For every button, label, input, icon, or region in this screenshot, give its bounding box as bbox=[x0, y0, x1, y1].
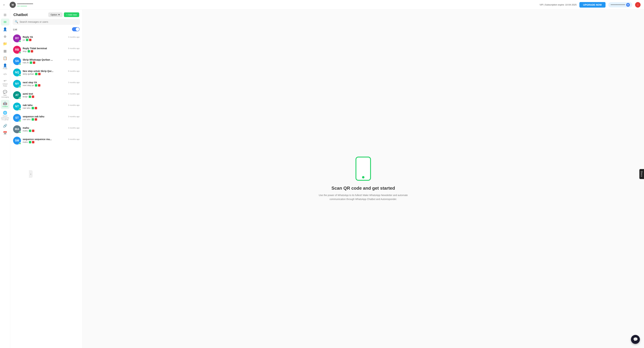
chatbot-header: Chatbot Option ▼ + Add new bbox=[10, 10, 82, 19]
action-red-dot[interactable] bbox=[35, 118, 37, 121]
action-green-dot[interactable] bbox=[28, 50, 30, 53]
item-name: mahu bbox=[23, 126, 29, 129]
item-bottom: testje bbox=[23, 96, 80, 98]
bulk-messaging-label: Bulk messaging bbox=[1, 94, 9, 98]
action-green-dot[interactable] bbox=[30, 61, 32, 64]
list-item[interactable]: AT azmi test 3 months ago testje bbox=[12, 89, 81, 101]
nav-item-notes[interactable]: 📋 bbox=[1, 55, 10, 62]
item-top: sequence nak tahu 3 months ago bbox=[23, 115, 80, 118]
item-content: Nex step untuk Skrip Qur... 8 months ago… bbox=[23, 70, 80, 75]
action-green-dot[interactable] bbox=[29, 130, 31, 132]
item-name: sequence sequence ma... bbox=[23, 138, 52, 141]
action-red-dot[interactable] bbox=[32, 141, 34, 143]
nav-item-link[interactable]: 🔗 bbox=[1, 122, 10, 129]
item-bottom: ya bbox=[23, 39, 80, 41]
list-item[interactable]: NT nak tahu 3 months ago nak tahu bbox=[12, 101, 81, 112]
item-avatar: ST bbox=[13, 114, 21, 122]
action-red-dot[interactable] bbox=[33, 61, 35, 64]
nav-item-default-reply[interactable]: ↩ Default Reply bbox=[1, 77, 10, 88]
item-top: sequence sequence ma... 3 months ago bbox=[23, 138, 80, 141]
item-bottom: mahu bbox=[23, 130, 80, 132]
item-time: 3 months ago bbox=[68, 81, 80, 83]
list-toggle[interactable] bbox=[72, 27, 80, 31]
item-keyword: nak tahu bbox=[23, 107, 30, 109]
action-green-dot[interactable] bbox=[26, 39, 28, 41]
action-green-dot[interactable] bbox=[32, 107, 34, 109]
list-item[interactable]: ST sequence nak tahu 3 months ago nak ta… bbox=[12, 112, 81, 124]
action-green-dot[interactable] bbox=[35, 84, 37, 87]
nav-item-bulk-messaging[interactable]: 💬 Bulk messaging bbox=[1, 88, 10, 99]
list-item[interactable]: NQ Nex step untuk Skrip Qur... 8 months … bbox=[12, 67, 81, 78]
docs-tab[interactable]: Docs bbox=[639, 169, 644, 179]
list-item[interactable]: RY Reply YA 3 months ago ya bbox=[12, 33, 81, 44]
item-name: sequence nak tahu bbox=[23, 115, 44, 118]
nav-item-calendar[interactable]: 📅 bbox=[1, 130, 10, 136]
nav-item-code[interactable]: </> bbox=[1, 71, 10, 77]
nav-item-export-group[interactable]: 🌐 Export participants in a group bbox=[1, 109, 10, 122]
profile-text: •••••••••••••••••••• bbox=[611, 4, 625, 6]
action-green-dot[interactable] bbox=[29, 96, 31, 98]
profile-pill[interactable]: •••••••••••••••••••• W bbox=[608, 2, 632, 8]
action-green-dot[interactable] bbox=[35, 73, 38, 75]
nav-item-chatbot[interactable]: 🤖 Chatbot bbox=[1, 100, 10, 109]
dashboard-icon: ⊞ bbox=[4, 13, 6, 17]
item-time: 3 months ago bbox=[68, 127, 80, 129]
action-green-dot[interactable] bbox=[32, 118, 34, 121]
account-name: •••••••••••••••••••••• bbox=[17, 3, 33, 5]
item-top: Reply YA 3 months ago bbox=[23, 36, 80, 38]
bulk-messaging-icon: 💬 bbox=[3, 90, 7, 94]
action-red-dot[interactable] bbox=[35, 107, 37, 109]
action-red-dot[interactable] bbox=[38, 73, 40, 75]
option-button[interactable]: Option ▼ bbox=[48, 12, 62, 17]
item-content: nak tahu 3 months ago nak tahu bbox=[23, 104, 80, 109]
item-name: Reply Tidak berminat bbox=[23, 47, 47, 50]
nav-item-add-circle[interactable]: ⊕ bbox=[1, 33, 10, 40]
expand-icon[interactable]: » bbox=[2, 2, 6, 7]
list-item[interactable]: NY next step YA 3 months ago next step y… bbox=[12, 78, 81, 89]
nav-item-profile[interactable]: 👤 Profile bbox=[1, 62, 10, 71]
avatar-dot bbox=[19, 40, 21, 42]
action-red-dot[interactable] bbox=[29, 39, 32, 41]
action-red-dot[interactable] bbox=[32, 130, 34, 132]
phone-button bbox=[362, 176, 364, 179]
nav-item-contacts[interactable]: 👤 bbox=[1, 26, 10, 33]
topbar: » W •••••••••••••••••••••• •••• ••••••••… bbox=[0, 0, 644, 10]
action-red-dot[interactable] bbox=[31, 50, 33, 53]
chat-support-button[interactable]: 💬 bbox=[631, 335, 640, 344]
item-avatar: NQ bbox=[13, 69, 21, 76]
item-actions bbox=[29, 96, 34, 98]
avatar-dot bbox=[19, 108, 21, 110]
item-bottom: stop bbox=[23, 50, 80, 53]
action-red-dot[interactable] bbox=[32, 96, 34, 98]
chat-support-icon: 💬 bbox=[633, 337, 638, 342]
nav-item-dashboard[interactable]: ⊞ bbox=[1, 11, 10, 18]
item-content: mahu 3 months ago mahu bbox=[23, 126, 80, 132]
back-button[interactable]: ‹ bbox=[635, 2, 640, 8]
collapse-button[interactable]: ‹ bbox=[29, 170, 33, 178]
add-new-button[interactable]: + Add new bbox=[64, 12, 79, 17]
nav-item-whatsapp[interactable]: ✉ bbox=[1, 19, 10, 26]
item-avatar: RB bbox=[13, 46, 21, 54]
search-icon: 🔍 bbox=[15, 20, 18, 23]
nav-item-table[interactable]: ▦ bbox=[1, 48, 10, 54]
action-green-dot[interactable] bbox=[29, 141, 31, 143]
avatar-dot bbox=[19, 63, 21, 65]
search-box: 🔍 bbox=[13, 19, 80, 25]
item-name: Reply YA bbox=[23, 36, 33, 38]
account-info[interactable]: W •••••••••••••••••••••• •••• •••••••••• bbox=[8, 1, 35, 9]
item-top: Skrip Whatsapp Qurban ... 8 months ago bbox=[23, 58, 80, 61]
search-input[interactable] bbox=[20, 21, 78, 23]
item-time: 3 months ago bbox=[68, 104, 80, 106]
item-avatar: AT bbox=[13, 91, 21, 99]
upgrade-button[interactable]: UPGRADE NOW bbox=[580, 2, 606, 8]
list-item[interactable]: SM sequence sequence ma... 3 months ago … bbox=[12, 135, 81, 146]
nav-item-folder[interactable]: 📁 bbox=[1, 40, 10, 47]
item-bottom: next step ya bbox=[23, 84, 80, 87]
list-item[interactable]: MA mahu 3 months ago mahu bbox=[12, 124, 81, 135]
chatbot-list: RY Reply YA 3 months ago ya RB bbox=[10, 33, 82, 348]
action-red-dot[interactable] bbox=[38, 84, 40, 87]
list-item[interactable]: RB Reply Tidak berminat 9 months ago sto… bbox=[12, 44, 81, 55]
list-item[interactable]: SA Skrip Whatsapp Qurban ... 8 months ag… bbox=[12, 55, 81, 67]
add-circle-icon: ⊕ bbox=[4, 34, 6, 39]
profile-dot: W bbox=[626, 3, 630, 7]
